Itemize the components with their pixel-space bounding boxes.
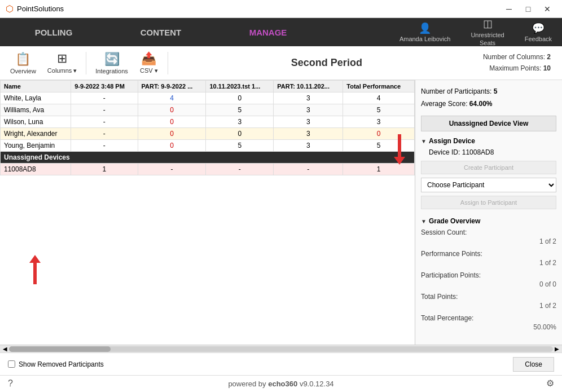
scroll-left-arrow[interactable]: ◀: [1, 346, 9, 352]
table-cell: 3: [274, 93, 343, 104]
table-cell: 0: [138, 128, 206, 140]
grade-item: Total Points:1 of 2: [421, 293, 556, 310]
table-cell: 3: [274, 128, 343, 140]
integrations-button[interactable]: 🔄 Integrations: [91, 50, 132, 77]
table-cell: 5: [343, 140, 415, 152]
period-title: Second Period: [173, 57, 481, 69]
toolbar-stats: Number of Columns: 2 Maximum Points: 10: [483, 52, 551, 73]
footer-text: powered by echo360 v9.0.12.34: [228, 380, 333, 388]
app-icon: ⬡: [6, 3, 14, 14]
tab-manage[interactable]: MANAGE: [214, 18, 322, 46]
grade-item-label: Performance Points:: [421, 250, 556, 258]
table-cell: 0: [206, 128, 274, 140]
csv-label: CSV ▾: [140, 67, 158, 74]
table-cell: 0: [138, 140, 206, 152]
footer: powered by echo360 v9.0.12.34 ⚙ ?: [0, 375, 562, 392]
unassigned-cell: -: [138, 164, 206, 175]
table-cell: 4: [343, 93, 415, 104]
assign-device-label: Assign Device: [429, 137, 475, 145]
tab-polling-label: POLLING: [35, 28, 73, 37]
table-cell: Wilson, Luna: [1, 116, 71, 128]
table-cell: 5: [343, 104, 415, 116]
create-participant-button[interactable]: Create Participant: [421, 161, 556, 174]
grade-overview-header: ▼ Grade Overview: [421, 217, 556, 225]
scroll-track[interactable]: [9, 346, 553, 352]
app-title-area: ⬡ PointSolutions: [6, 3, 64, 14]
csv-button[interactable]: 📤 CSV ▾: [135, 49, 163, 77]
titlebar: ⬡ PointSolutions ─ □ ✕: [0, 0, 562, 18]
table-cell: -: [71, 128, 138, 140]
triangle-icon: ▼: [421, 138, 427, 144]
grade-section: Session Count:1 of 2Performance Points:1…: [421, 228, 556, 331]
maximize-button[interactable]: □: [519, 3, 537, 15]
columns-count-label: Number of Columns:: [483, 53, 545, 61]
tab-polling[interactable]: POLLING: [0, 18, 107, 46]
overview-button[interactable]: 📋 Overview: [6, 50, 41, 77]
user-profile-item[interactable]: 👤 Amanda Leibovich: [389, 18, 461, 46]
table-header-row: Name 9-9-2022 3:48 PM PART: 9-9-2022 ...…: [1, 81, 415, 93]
table-cell: -: [71, 93, 138, 104]
right-panel: Number of Participants: 5 Average Score:…: [415, 80, 562, 345]
unassigned-cell: 1: [343, 164, 415, 175]
table-cell: White, Layla: [1, 93, 71, 104]
horizontal-scrollbar[interactable]: ◀ ▶: [0, 345, 562, 353]
unassigned-view-button[interactable]: Unassigned Device View: [421, 116, 556, 131]
table-cell: 5: [206, 104, 274, 116]
table-cell: 3: [274, 116, 343, 128]
unassigned-cell: 11008AD8: [1, 164, 71, 175]
seats-label: UnrestrictedSeats: [471, 31, 504, 47]
toolbar: 📋 Overview ⊞ Columns ▾ 🔄 Integrations 📤 …: [0, 46, 562, 80]
table-cell: -: [71, 140, 138, 152]
columns-count-value: 2: [547, 53, 551, 61]
settings-icon[interactable]: ⚙: [546, 378, 554, 389]
user-name: Amanda Leibovich: [399, 36, 451, 42]
table-cell: 0: [206, 93, 274, 104]
col-test-header: 10.11.2023.tst 1...: [206, 81, 274, 93]
nav-tabs: POLLING CONTENT MANAGE 👤 Amanda Leibovic…: [0, 18, 562, 46]
scroll-thumb[interactable]: [9, 346, 111, 352]
show-removed-checkbox[interactable]: [8, 360, 15, 368]
bottom-bar: Show Removed Participants Close: [0, 353, 562, 375]
unassigned-view-label: Unassigned Device View: [449, 120, 529, 127]
close-button[interactable]: Close: [513, 357, 554, 372]
minimize-button[interactable]: ─: [500, 3, 518, 15]
feedback-item[interactable]: 💬 Feedback: [515, 18, 562, 46]
table-cell: 0: [343, 128, 415, 140]
feedback-icon: 💬: [532, 22, 545, 34]
participants-value: 5: [494, 87, 498, 95]
table-cell: 3: [343, 116, 415, 128]
unassigned-devices-label: Unassigned Devices: [1, 152, 415, 164]
unassigned-device-row[interactable]: 11008AD81---1: [1, 164, 415, 175]
tab-content[interactable]: CONTENT: [107, 18, 214, 46]
grade-overview-label: Grade Overview: [429, 217, 480, 225]
avg-value: 64.00%: [469, 100, 493, 108]
assign-to-participant-button[interactable]: Assign to Participant: [421, 196, 556, 209]
table-cell: -: [71, 116, 138, 128]
close-label: Close: [525, 360, 542, 368]
grade-item: Session Count:1 of 2: [421, 228, 556, 245]
main-table: Name 9-9-2022 3:48 PM PART: 9-9-2022 ...…: [0, 80, 415, 175]
window-controls: ─ □ ✕: [500, 3, 556, 15]
tab-manage-label: MANAGE: [249, 28, 287, 37]
tab-content-label: CONTENT: [140, 28, 182, 37]
grade-triangle-icon: ▼: [421, 218, 427, 224]
show-removed-label[interactable]: Show Removed Participants: [8, 360, 104, 368]
arrow-up-indicator: [29, 255, 41, 284]
close-window-button[interactable]: ✕: [538, 3, 556, 15]
assign-device-header: ▼ Assign Device: [421, 137, 556, 145]
columns-button[interactable]: ⊞ Columns ▾: [43, 49, 81, 77]
csv-icon: 📤: [141, 51, 156, 66]
integrations-icon: 🔄: [104, 52, 120, 67]
table-area[interactable]: Name 9-9-2022 3:48 PM PART: 9-9-2022 ...…: [0, 80, 415, 345]
table-cell: -: [71, 104, 138, 116]
seats-item[interactable]: ◫ UnrestrictedSeats: [460, 18, 514, 46]
columns-label: Columns ▾: [47, 67, 77, 74]
col-date-header: 9-9-2022 3:48 PM: [71, 81, 138, 93]
table-cell: Williams, Ava: [1, 104, 71, 116]
table-cell: 5: [206, 140, 274, 152]
choose-participant-select[interactable]: Choose Participant: [421, 178, 556, 192]
scroll-right-arrow[interactable]: ▶: [553, 346, 561, 352]
avg-label: Average Score:: [421, 100, 468, 108]
help-icon[interactable]: ?: [8, 378, 13, 389]
table-cell: 4: [138, 93, 206, 104]
